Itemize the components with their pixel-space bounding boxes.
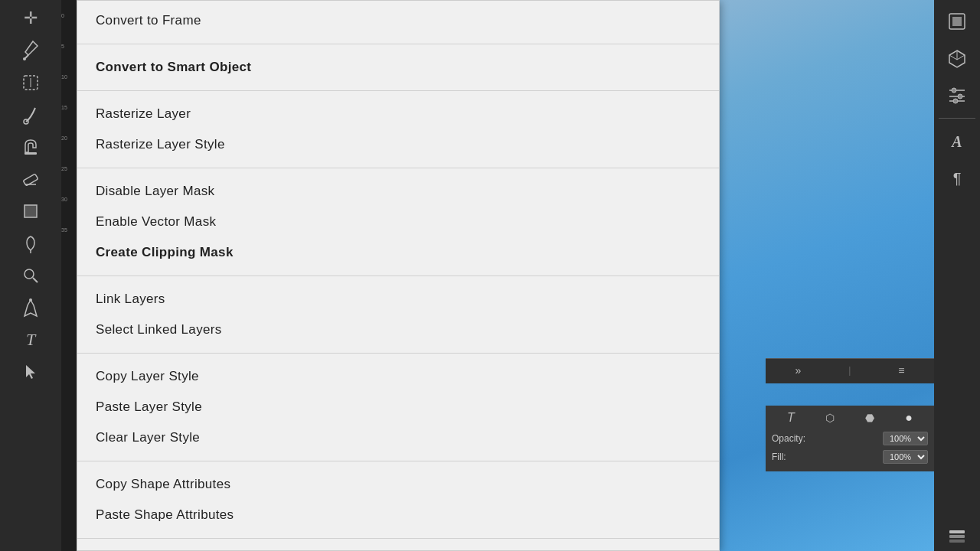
layer-menu-icon[interactable]: ≡	[896, 362, 906, 379]
menu-divider-7	[77, 538, 719, 539]
menu-section-4: Disable Layer Mask Enable Vector Mask Cr…	[77, 171, 719, 272]
tool-move[interactable]: ✛	[12, 3, 49, 34]
svg-rect-25	[949, 535, 965, 538]
layers-panel-header: » | ≡	[766, 358, 934, 383]
menu-section-2: Convert to Smart Object	[77, 47, 719, 87]
menu-item-convert-to-frame[interactable]: Convert to Frame	[77, 5, 719, 36]
svg-rect-24	[949, 530, 965, 533]
svg-point-10	[24, 269, 34, 279]
svg-line-11	[33, 278, 38, 282]
menu-item-link-layers[interactable]: Link Layers	[77, 284, 719, 315]
menu-divider-1	[77, 44, 719, 44]
left-toolbar: ✛	[0, 0, 61, 551]
svg-point-1	[23, 57, 26, 60]
svg-line-17	[957, 55, 965, 60]
tool-pen[interactable]	[12, 292, 49, 323]
layer-copy-icon[interactable]: ⬣	[863, 409, 877, 426]
right-panel: A ¶	[934, 0, 980, 551]
layers-panel-separator: |	[848, 365, 851, 376]
tool-dropper[interactable]	[12, 228, 49, 259]
svg-point-12	[29, 298, 32, 302]
layer-transform-icon[interactable]: ⬡	[823, 409, 837, 426]
menu-item-select-linked-layers[interactable]: Select Linked Layers	[77, 315, 719, 345]
menu-item-convert-to-smart-object[interactable]: Convert to Smart Object	[77, 52, 719, 83]
menu-divider-3	[77, 168, 719, 168]
menu-item-copy-layer-style[interactable]: Copy Layer Style	[77, 361, 719, 392]
context-menu: Convert to Frame Convert to Smart Object…	[77, 0, 720, 551]
menu-divider-2	[77, 90, 719, 91]
tool-rectangle[interactable]	[12, 196, 49, 227]
tool-zoom[interactable]	[12, 260, 49, 291]
menu-divider-6	[77, 461, 719, 461]
menu-section-8: Release from Isolation	[77, 542, 719, 551]
menu-item-enable-vector-mask[interactable]: Enable Vector Mask	[77, 207, 719, 237]
adjustments-sliders-icon[interactable]	[940, 80, 974, 110]
layer-circle-icon[interactable]: ●	[903, 409, 915, 427]
tool-selection-arrow[interactable]	[12, 357, 49, 387]
layers-panel-body: T ⬡ ⬣ ● Opacity: 100% Fill: 100%	[766, 406, 934, 471]
fill-select[interactable]: 100%	[883, 450, 928, 464]
menu-section-5: Link Layers Select Linked Layers	[77, 279, 719, 350]
ruler-vertical: 0 5 10 15 20 25 30 35	[61, 0, 77, 551]
paragraph-icon[interactable]: ¶	[940, 163, 974, 194]
opacity-row: Opacity: 100%	[772, 432, 928, 445]
opacity-select[interactable]: 100%	[883, 432, 928, 445]
layer-type-icons: T ⬡ ⬣ ●	[772, 409, 928, 427]
tool-marquee[interactable]	[12, 67, 49, 98]
menu-divider-4	[77, 276, 719, 276]
svg-line-0	[25, 55, 28, 58]
3d-cube-icon[interactable]	[940, 43, 974, 73]
svg-point-23	[953, 99, 958, 103]
menu-item-rasterize-layer-style[interactable]: Rasterize Layer Style	[77, 129, 719, 160]
menu-item-paste-layer-style[interactable]: Paste Layer Style	[77, 392, 719, 422]
layer-forward-icon[interactable]: »	[792, 362, 803, 379]
layers-panel-icons-row: » | ≡	[770, 362, 929, 379]
menu-item-disable-layer-mask[interactable]: Disable Layer Mask	[77, 176, 719, 207]
opacity-label: Opacity:	[772, 433, 805, 444]
menu-section-1: Convert to Frame	[77, 1, 719, 41]
tool-stamp[interactable]	[12, 132, 49, 162]
right-panel-divider	[939, 118, 975, 119]
menu-divider-5	[77, 353, 719, 354]
fill-row: Fill: 100%	[772, 450, 928, 464]
tool-eyedropper[interactable]	[12, 35, 49, 66]
svg-rect-5	[24, 152, 37, 155]
tool-eraser[interactable]	[12, 164, 49, 194]
layer-type-text-icon[interactable]: T	[785, 409, 797, 427]
menu-item-copy-shape-attributes[interactable]: Copy Shape Attributes	[77, 469, 719, 500]
svg-point-19	[952, 88, 956, 93]
menu-item-release-from-isolation[interactable]: Release from Isolation	[77, 546, 719, 551]
type-panel-icon[interactable]: A	[940, 126, 974, 157]
menu-section-7: Copy Shape Attributes Paste Shape Attrib…	[77, 465, 719, 535]
menu-item-paste-shape-attributes[interactable]: Paste Shape Attributes	[77, 500, 719, 530]
menu-item-clear-layer-style[interactable]: Clear Layer Style	[77, 422, 719, 453]
svg-point-21	[958, 94, 962, 99]
svg-rect-14	[952, 17, 962, 26]
fill-label: Fill:	[772, 452, 786, 462]
menu-section-6: Copy Layer Style Paste Layer Style Clear…	[77, 357, 719, 458]
menu-item-rasterize-layer[interactable]: Rasterize Layer	[77, 99, 719, 129]
menu-item-create-clipping-mask[interactable]: Create Clipping Mask	[77, 237, 719, 268]
svg-line-16	[949, 55, 957, 60]
libraries-icon[interactable]	[940, 6, 974, 37]
tool-brush[interactable]	[12, 99, 49, 130]
menu-section-3: Rasterize Layer Rasterize Layer Style	[77, 94, 719, 165]
svg-rect-26	[949, 540, 965, 543]
layers-panel-icon[interactable]	[940, 520, 974, 551]
tool-type[interactable]: T	[12, 324, 49, 355]
svg-rect-8	[24, 205, 37, 217]
